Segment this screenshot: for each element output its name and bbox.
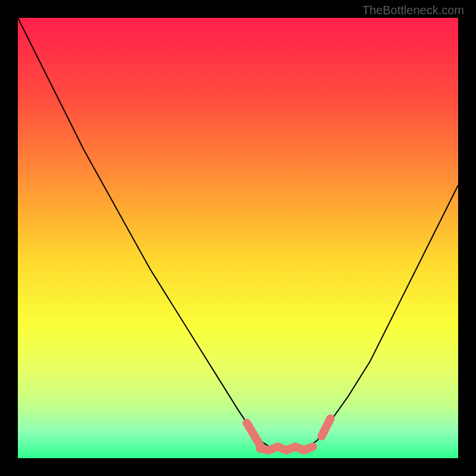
bottleneck-chart	[18, 18, 458, 458]
watermark-text: TheBottleneck.com	[362, 4, 464, 17]
gradient-background	[18, 18, 458, 458]
chart-container	[18, 18, 458, 458]
